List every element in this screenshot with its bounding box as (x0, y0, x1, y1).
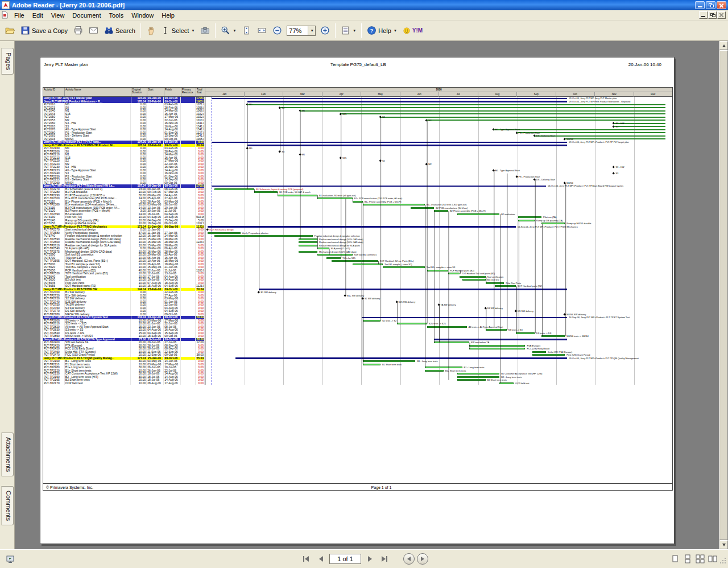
zoom-level-combobox[interactable]: ▼ (287, 26, 316, 36)
email-button[interactable] (86, 23, 101, 38)
gantt-bar (434, 341, 469, 343)
table-row: PLT-TP2170OCP field test10.0028-Aug-0617… (43, 382, 672, 385)
select-tool-button[interactable]: Select ▼ (159, 23, 198, 38)
gantt-bar (541, 223, 565, 224)
gantt-bar (457, 376, 499, 378)
sidebar-tab-pages[interactable]: Pages (1, 48, 14, 75)
gantt-bar (317, 248, 329, 249)
last-page-button[interactable] (378, 553, 391, 565)
last-page-icon (382, 556, 386, 562)
document-minimize-button[interactable] (699, 11, 708, 19)
fit-page-button[interactable] (239, 23, 254, 38)
print-button[interactable] (71, 23, 86, 38)
sidebar-tab-attachments[interactable]: Attachments (1, 433, 14, 476)
open-button[interactable] (2, 23, 18, 38)
chart-empty-area (43, 385, 672, 483)
chevron-down-icon: ▼ (233, 29, 236, 32)
zoom-out-button[interactable] (270, 23, 285, 38)
hand-icon (146, 26, 156, 35)
milestone-diamond (379, 159, 382, 162)
milestone-diamond (344, 294, 347, 297)
gantt-bar (499, 382, 514, 384)
fit-width-button[interactable] (254, 23, 270, 38)
next-page-button[interactable] (363, 553, 376, 565)
first-page-button[interactable] (300, 553, 312, 565)
gantt-bar (425, 367, 462, 368)
gantt-bar (326, 257, 341, 259)
document-area[interactable]: Jerry PLT Master plan Template PG75_defa… (15, 41, 719, 549)
gantt-bar (541, 335, 565, 337)
timeline-months: JanFebMarAprMayJunJulAugSepOctNovDec (205, 92, 672, 97)
arrow-up-icon (722, 44, 726, 47)
float-bar (300, 110, 665, 112)
menu-tools[interactable]: Tools (105, 11, 128, 20)
facing-layout-button[interactable] (707, 553, 718, 565)
previous-view-button[interactable] (403, 553, 415, 565)
menu-document[interactable]: Document (68, 11, 105, 20)
previous-page-button[interactable] (315, 553, 327, 565)
report-header: Jerry PLT Master plan Template PG75_defa… (44, 62, 661, 67)
sidebar-tab-comments[interactable]: Comments (1, 486, 14, 525)
zoom-tool-button[interactable]: ▼ (218, 23, 239, 38)
menu-view[interactable]: View (47, 11, 69, 20)
scroll-down-button[interactable] (719, 540, 728, 549)
pdf-document-icon (1, 11, 9, 20)
fullscreen-view-button[interactable] (5, 553, 15, 565)
document-restore-button[interactable] (708, 11, 717, 19)
vertical-scrollbar[interactable] (719, 41, 728, 549)
title-bar[interactable]: Adobe Reader - [Jerry 20-01-2006.pdf] (0, 0, 728, 10)
milestone-diamond (515, 175, 518, 178)
search-button[interactable]: Search (101, 23, 138, 38)
column-header: Total float (196, 88, 205, 96)
continuous-facing-layout-button[interactable] (694, 553, 705, 565)
milestone-diamond (279, 150, 282, 153)
float-bar (614, 126, 665, 127)
resize-grip[interactable] (719, 557, 727, 567)
gantt-bar (299, 251, 317, 253)
zoom-in-button[interactable] (317, 23, 333, 38)
timeline-month: Sep (516, 92, 556, 97)
gantt-bar (434, 210, 448, 212)
save-copy-button[interactable]: Save a Copy (18, 23, 71, 38)
gantt-bar (363, 364, 380, 365)
menu-edit[interactable]: Edit (28, 11, 47, 20)
help-icon: ? (367, 26, 377, 35)
zoom-dropdown-button[interactable]: ▼ (308, 26, 315, 35)
timeline-month: Mar (283, 92, 322, 97)
milestone-diamond (437, 303, 440, 306)
toolbar-separator (215, 23, 216, 38)
continuous-layout-button[interactable] (682, 553, 693, 565)
menu-window[interactable]: Window (127, 11, 158, 20)
navigation-panel-tabs: PagesAttachmentsComments (0, 41, 15, 549)
menu-file[interactable]: File (10, 11, 28, 20)
minimize-button[interactable] (695, 1, 705, 9)
search-label: Search (115, 27, 135, 34)
page-number-input[interactable] (329, 554, 361, 564)
restore-button[interactable] (706, 1, 715, 9)
menu-help[interactable]: Help (158, 11, 179, 20)
single-page-layout-button[interactable] (669, 553, 680, 565)
gantt-bar (254, 191, 278, 193)
summary-bar (247, 145, 567, 146)
gantt-bar (214, 235, 312, 237)
next-view-button[interactable] (417, 553, 428, 565)
gantt-bar (486, 282, 504, 284)
magnifier-plus-icon (221, 26, 230, 35)
timeline-month: Jan (205, 92, 244, 97)
scroll-up-button[interactable] (719, 41, 728, 50)
close-button[interactable] (717, 1, 726, 9)
milestone-diamond (484, 307, 487, 310)
help-label: Help (378, 27, 391, 34)
document-close-button[interactable] (717, 11, 726, 19)
float-bar (280, 107, 665, 108)
scrollbar-thumb[interactable] (719, 50, 728, 540)
zoom-level-input[interactable] (287, 27, 308, 34)
help-button[interactable]: ? Help ▼ (364, 23, 400, 38)
page-display-button[interactable]: ▼ (338, 23, 359, 38)
gantt-bar (462, 279, 486, 281)
yim-button[interactable]: Y!M (400, 24, 425, 38)
hand-tool-button[interactable] (143, 23, 159, 38)
chevron-down-icon: ▼ (311, 29, 314, 32)
timeline-year: 2006 (205, 88, 672, 92)
snapshot-tool-button[interactable] (197, 23, 213, 38)
